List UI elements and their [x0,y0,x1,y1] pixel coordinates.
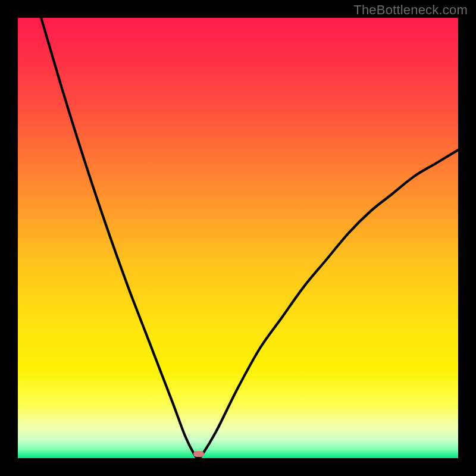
plot-area [18,18,458,458]
watermark-text: TheBottleneck.com [353,2,468,18]
bottleneck-curve [18,18,458,458]
optimum-marker [193,451,204,457]
chart-frame: TheBottleneck.com [0,0,476,476]
